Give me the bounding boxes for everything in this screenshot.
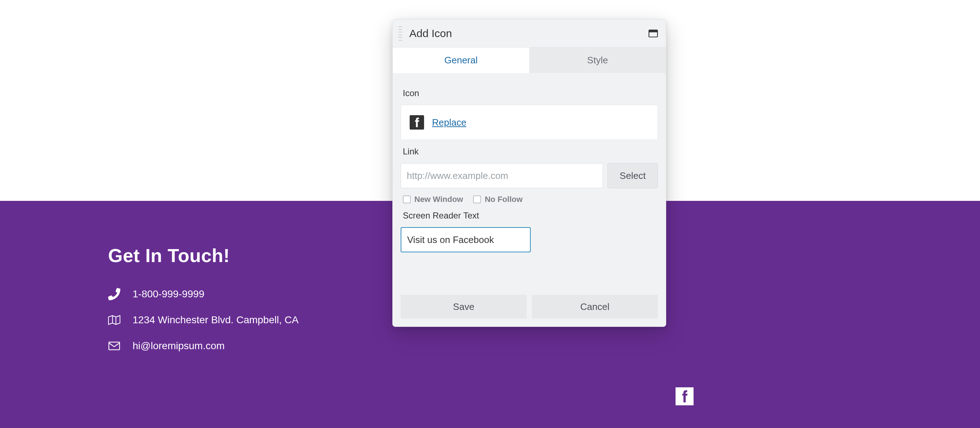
tab-general[interactable]: General [393, 48, 529, 73]
facebook-icon [410, 115, 424, 130]
add-icon-modal: Add Icon General Style Icon Replace Link… [392, 19, 666, 327]
footer-address-text: 1234 Winchester Blvd. Campbell, CA [133, 314, 299, 326]
facebook-footer-icon[interactable] [676, 387, 694, 405]
maximize-icon[interactable] [649, 30, 658, 37]
footer-phone-row: 1-800-999-9999 [108, 288, 299, 300]
label-icon: Icon [403, 88, 656, 98]
no-follow-checkbox[interactable] [473, 195, 481, 203]
select-button[interactable]: Select [608, 163, 658, 188]
footer-address-row: 1234 Winchester Blvd. Campbell, CA [108, 314, 299, 326]
label-link: Link [403, 146, 656, 157]
footer-section: Get In Touch! 1-800-999-9999 1234 Winche… [108, 245, 299, 366]
label-screen-reader: Screen Reader Text [403, 211, 656, 221]
tab-style[interactable]: Style [529, 48, 666, 73]
footer-email-row: hi@loremipsum.com [108, 340, 299, 352]
footer-title: Get In Touch! [108, 245, 299, 266]
drag-handle-icon[interactable] [398, 25, 403, 42]
cancel-button[interactable]: Cancel [532, 295, 658, 319]
map-icon [108, 314, 120, 326]
icon-preview-card: Replace [401, 105, 658, 140]
link-input[interactable] [401, 163, 603, 188]
replace-link[interactable]: Replace [432, 117, 466, 128]
modal-tabbar: General Style [393, 47, 666, 73]
svg-rect-3 [649, 30, 657, 32]
modal-header: Add Icon [393, 20, 666, 47]
svg-rect-0 [109, 342, 119, 350]
phone-icon [108, 288, 120, 300]
envelope-icon [108, 340, 120, 352]
no-follow-label: No Follow [485, 195, 522, 204]
new-window-checkbox[interactable] [403, 195, 411, 203]
screen-reader-input[interactable] [401, 227, 531, 252]
footer-email-text: hi@loremipsum.com [133, 340, 225, 352]
new-window-label: New Window [414, 195, 463, 204]
modal-title: Add Icon [409, 27, 649, 40]
footer-phone-text: 1-800-999-9999 [133, 289, 204, 300]
save-button[interactable]: Save [401, 295, 527, 319]
